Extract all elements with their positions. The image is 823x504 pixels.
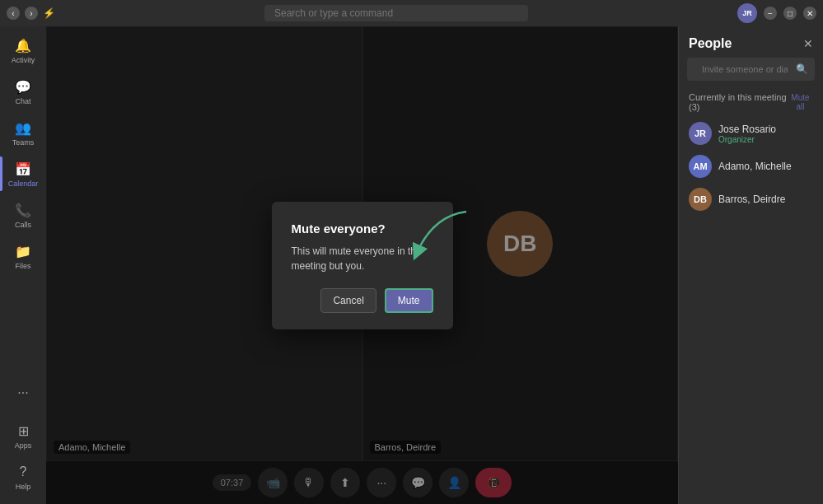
invite-search-input[interactable] <box>694 60 796 78</box>
chat-icon: 💬 <box>14 77 32 96</box>
activity-icon: 🔔 <box>14 36 32 54</box>
sidebar-item-apps[interactable]: ⊞ Apps <box>0 415 46 456</box>
minimize-button[interactable]: − <box>764 7 777 20</box>
sidebar-item-more[interactable]: ··· <box>0 377 46 408</box>
sidebar-item-label: Files <box>15 262 30 270</box>
participant-item-barros[interactable]: DB Barros, Deirdre <box>679 183 823 216</box>
sidebar-item-calls[interactable]: 📞 Calls <box>0 194 46 236</box>
close-button[interactable]: ✕ <box>803 7 816 20</box>
participant-avatar-barros: DB <box>689 188 712 211</box>
mute-button[interactable]: Mute <box>385 288 433 313</box>
panel-header: People ✕ <box>679 26 823 58</box>
sidebar-item-label: Calls <box>15 221 31 229</box>
calls-icon: 📞 <box>14 201 32 219</box>
sidebar-item-label: Calendar <box>8 180 39 188</box>
participant-info-adamo: Adamo, Michelle <box>718 161 813 172</box>
panel-title: People <box>689 36 732 51</box>
sidebar-item-chat[interactable]: 💬 Chat <box>0 71 46 112</box>
search-icon: 🔍 <box>796 63 808 75</box>
sidebar-item-label: Activity <box>12 56 35 64</box>
dialog-title: Mute everyone? <box>292 222 433 236</box>
top-bar-right: JR − □ ✕ <box>737 3 816 23</box>
dialog-actions: Cancel Mute <box>292 288 433 313</box>
participant-item-jose[interactable]: JR Jose Rosario Organizer <box>679 117 823 150</box>
sidebar: 🔔 Activity 💬 Chat 👥 Teams 📅 Calendar 📞 C… <box>0 26 46 504</box>
sidebar-item-label: Apps <box>15 441 32 450</box>
sidebar-item-teams[interactable]: 👥 Teams <box>0 112 46 153</box>
participant-name-adamo: Adamo, Michelle <box>718 161 813 172</box>
top-bar-center <box>55 5 737 21</box>
apps-icon: ⊞ <box>14 422 32 440</box>
top-bar: ‹ › ⚡ JR − □ ✕ <box>0 0 823 26</box>
forward-button[interactable]: › <box>25 7 38 20</box>
calendar-icon: 📅 <box>14 160 32 178</box>
files-icon: 📁 <box>14 242 32 260</box>
mute-dialog: Mute everyone? This will mute everyone i… <box>272 202 453 329</box>
meeting-count-label: Currently in this meeting (3) <box>689 92 788 112</box>
people-panel: People ✕ 🔍 Currently in this meeting (3)… <box>678 26 823 504</box>
mute-dialog-overlay: Mute everyone? This will mute everyone i… <box>46 26 678 504</box>
panel-close-button[interactable]: ✕ <box>803 37 813 50</box>
content-area: Adamo, Michelle DB Barros, Deirdre 07:37… <box>46 26 823 504</box>
participant-name-barros: Barros, Deirdre <box>718 194 813 205</box>
sidebar-item-label: Teams <box>12 138 35 147</box>
activity-icon: ⚡ <box>43 7 55 19</box>
teams-icon: 👥 <box>14 119 32 137</box>
help-icon: ? <box>14 463 32 481</box>
maximize-button[interactable]: □ <box>783 7 797 20</box>
sidebar-item-label: Help <box>16 483 31 491</box>
mute-all-button[interactable]: Mute all <box>788 93 813 111</box>
participant-role-jose: Organizer <box>718 135 813 144</box>
video-area: Adamo, Michelle DB Barros, Deirdre 07:37… <box>46 26 678 504</box>
avatar: JR <box>737 3 757 23</box>
sidebar-item-activity[interactable]: 🔔 Activity <box>0 30 46 71</box>
dialog-description: This will mute everyone in the meeting b… <box>292 244 433 273</box>
participant-avatar-adamo: AM <box>689 155 712 178</box>
participant-avatar-jose: JR <box>689 122 712 145</box>
participant-info-jose: Jose Rosario Organizer <box>718 124 813 144</box>
sidebar-item-help[interactable]: ? Help <box>0 456 46 497</box>
sidebar-item-label: Chat <box>15 97 30 105</box>
top-bar-left: ‹ › ⚡ <box>7 7 55 20</box>
main-layout: 🔔 Activity 💬 Chat 👥 Teams 📅 Calendar 📞 C… <box>0 26 823 504</box>
search-input[interactable] <box>264 5 528 21</box>
participant-item-adamo[interactable]: AM Adamo, Michelle <box>679 150 823 183</box>
participant-info-barros: Barros, Deirdre <box>718 194 813 205</box>
sidebar-item-files[interactable]: 📁 Files <box>0 236 46 277</box>
sidebar-item-calendar[interactable]: 📅 Calendar <box>0 153 46 194</box>
cancel-button[interactable]: Cancel <box>320 288 376 313</box>
section-label: Currently in this meeting (3) Mute all <box>679 87 823 117</box>
participant-name-jose: Jose Rosario <box>718 124 813 135</box>
more-icon: ··· <box>14 384 32 402</box>
back-button[interactable]: ‹ <box>7 7 20 20</box>
